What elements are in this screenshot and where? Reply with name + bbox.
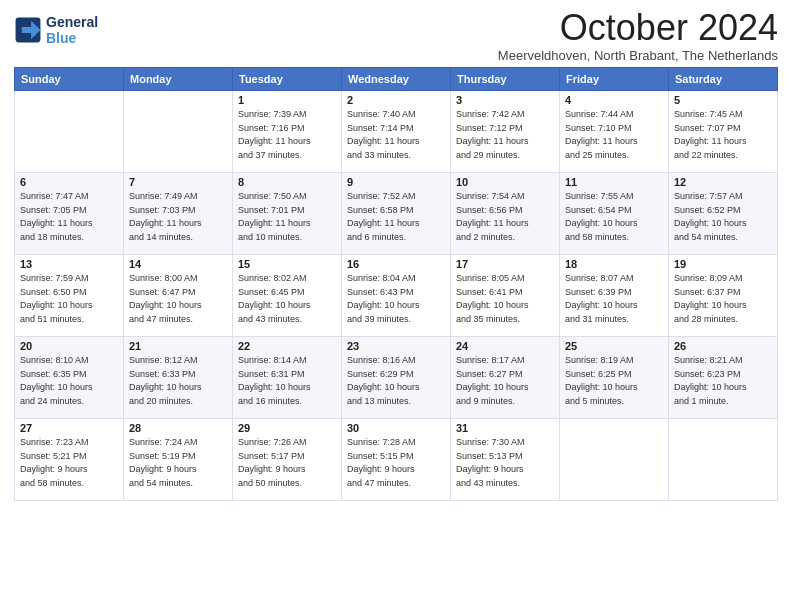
day-info: Sunrise: 8:05 AMSunset: 6:41 PMDaylight:… [456,272,554,326]
day-number: 2 [347,94,445,106]
day-number: 26 [674,340,772,352]
day-number: 16 [347,258,445,270]
day-number: 25 [565,340,663,352]
table-row: 25Sunrise: 8:19 AMSunset: 6:25 PMDayligh… [560,337,669,419]
table-row [15,91,124,173]
day-info: Sunrise: 7:24 AMSunset: 5:19 PMDaylight:… [129,436,227,490]
table-row: 15Sunrise: 8:02 AMSunset: 6:45 PMDayligh… [233,255,342,337]
day-info: Sunrise: 7:52 AMSunset: 6:58 PMDaylight:… [347,190,445,244]
day-number: 4 [565,94,663,106]
week-row-4: 27Sunrise: 7:23 AMSunset: 5:21 PMDayligh… [15,419,778,501]
day-info: Sunrise: 8:21 AMSunset: 6:23 PMDaylight:… [674,354,772,408]
day-number: 6 [20,176,118,188]
table-row: 26Sunrise: 8:21 AMSunset: 6:23 PMDayligh… [669,337,778,419]
week-row-2: 13Sunrise: 7:59 AMSunset: 6:50 PMDayligh… [15,255,778,337]
table-row: 5Sunrise: 7:45 AMSunset: 7:07 PMDaylight… [669,91,778,173]
day-number: 22 [238,340,336,352]
week-row-1: 6Sunrise: 7:47 AMSunset: 7:05 PMDaylight… [15,173,778,255]
day-info: Sunrise: 7:55 AMSunset: 6:54 PMDaylight:… [565,190,663,244]
day-number: 30 [347,422,445,434]
day-number: 11 [565,176,663,188]
day-number: 10 [456,176,554,188]
logo-text: General Blue [46,14,98,46]
table-row: 8Sunrise: 7:50 AMSunset: 7:01 PMDaylight… [233,173,342,255]
day-number: 27 [20,422,118,434]
day-number: 12 [674,176,772,188]
day-number: 18 [565,258,663,270]
col-sunday: Sunday [15,68,124,91]
table-row: 30Sunrise: 7:28 AMSunset: 5:15 PMDayligh… [342,419,451,501]
table-row: 16Sunrise: 8:04 AMSunset: 6:43 PMDayligh… [342,255,451,337]
table-row: 17Sunrise: 8:05 AMSunset: 6:41 PMDayligh… [451,255,560,337]
month-title: October 2024 [498,10,778,46]
day-number: 13 [20,258,118,270]
table-row [124,91,233,173]
day-info: Sunrise: 8:10 AMSunset: 6:35 PMDaylight:… [20,354,118,408]
day-info: Sunrise: 8:14 AMSunset: 6:31 PMDaylight:… [238,354,336,408]
day-info: Sunrise: 8:02 AMSunset: 6:45 PMDaylight:… [238,272,336,326]
table-row: 7Sunrise: 7:49 AMSunset: 7:03 PMDaylight… [124,173,233,255]
day-info: Sunrise: 7:26 AMSunset: 5:17 PMDaylight:… [238,436,336,490]
day-info: Sunrise: 8:04 AMSunset: 6:43 PMDaylight:… [347,272,445,326]
day-number: 28 [129,422,227,434]
day-info: Sunrise: 7:50 AMSunset: 7:01 PMDaylight:… [238,190,336,244]
logo: General Blue [14,14,98,46]
table-row: 27Sunrise: 7:23 AMSunset: 5:21 PMDayligh… [15,419,124,501]
day-info: Sunrise: 7:30 AMSunset: 5:13 PMDaylight:… [456,436,554,490]
day-info: Sunrise: 7:47 AMSunset: 7:05 PMDaylight:… [20,190,118,244]
table-row: 22Sunrise: 8:14 AMSunset: 6:31 PMDayligh… [233,337,342,419]
day-number: 9 [347,176,445,188]
day-number: 17 [456,258,554,270]
day-number: 1 [238,94,336,106]
day-number: 7 [129,176,227,188]
week-row-0: 1Sunrise: 7:39 AMSunset: 7:16 PMDaylight… [15,91,778,173]
day-info: Sunrise: 7:59 AMSunset: 6:50 PMDaylight:… [20,272,118,326]
day-info: Sunrise: 8:07 AMSunset: 6:39 PMDaylight:… [565,272,663,326]
table-row: 18Sunrise: 8:07 AMSunset: 6:39 PMDayligh… [560,255,669,337]
day-number: 8 [238,176,336,188]
table-row: 11Sunrise: 7:55 AMSunset: 6:54 PMDayligh… [560,173,669,255]
day-info: Sunrise: 7:44 AMSunset: 7:10 PMDaylight:… [565,108,663,162]
day-number: 14 [129,258,227,270]
day-number: 20 [20,340,118,352]
col-monday: Monday [124,68,233,91]
day-info: Sunrise: 7:49 AMSunset: 7:03 PMDaylight:… [129,190,227,244]
week-row-3: 20Sunrise: 8:10 AMSunset: 6:35 PMDayligh… [15,337,778,419]
table-row: 2Sunrise: 7:40 AMSunset: 7:14 PMDaylight… [342,91,451,173]
table-row: 21Sunrise: 8:12 AMSunset: 6:33 PMDayligh… [124,337,233,419]
day-number: 19 [674,258,772,270]
day-info: Sunrise: 8:17 AMSunset: 6:27 PMDaylight:… [456,354,554,408]
day-info: Sunrise: 7:28 AMSunset: 5:15 PMDaylight:… [347,436,445,490]
table-row: 23Sunrise: 8:16 AMSunset: 6:29 PMDayligh… [342,337,451,419]
day-info: Sunrise: 7:42 AMSunset: 7:12 PMDaylight:… [456,108,554,162]
table-row: 28Sunrise: 7:24 AMSunset: 5:19 PMDayligh… [124,419,233,501]
table-row: 29Sunrise: 7:26 AMSunset: 5:17 PMDayligh… [233,419,342,501]
table-row: 14Sunrise: 8:00 AMSunset: 6:47 PMDayligh… [124,255,233,337]
table-row: 24Sunrise: 8:17 AMSunset: 6:27 PMDayligh… [451,337,560,419]
header: General Blue October 2024 Meerveldhoven,… [14,10,778,63]
day-info: Sunrise: 8:19 AMSunset: 6:25 PMDaylight:… [565,354,663,408]
col-friday: Friday [560,68,669,91]
day-info: Sunrise: 8:00 AMSunset: 6:47 PMDaylight:… [129,272,227,326]
day-number: 31 [456,422,554,434]
day-number: 23 [347,340,445,352]
table-row: 13Sunrise: 7:59 AMSunset: 6:50 PMDayligh… [15,255,124,337]
table-row: 9Sunrise: 7:52 AMSunset: 6:58 PMDaylight… [342,173,451,255]
table-row: 10Sunrise: 7:54 AMSunset: 6:56 PMDayligh… [451,173,560,255]
table-row: 4Sunrise: 7:44 AMSunset: 7:10 PMDaylight… [560,91,669,173]
calendar: Sunday Monday Tuesday Wednesday Thursday… [14,67,778,501]
day-info: Sunrise: 7:23 AMSunset: 5:21 PMDaylight:… [20,436,118,490]
day-info: Sunrise: 7:57 AMSunset: 6:52 PMDaylight:… [674,190,772,244]
col-tuesday: Tuesday [233,68,342,91]
table-row: 31Sunrise: 7:30 AMSunset: 5:13 PMDayligh… [451,419,560,501]
table-row [669,419,778,501]
col-thursday: Thursday [451,68,560,91]
col-saturday: Saturday [669,68,778,91]
day-info: Sunrise: 8:09 AMSunset: 6:37 PMDaylight:… [674,272,772,326]
table-row: 1Sunrise: 7:39 AMSunset: 7:16 PMDaylight… [233,91,342,173]
table-row: 3Sunrise: 7:42 AMSunset: 7:12 PMDaylight… [451,91,560,173]
day-number: 24 [456,340,554,352]
day-number: 3 [456,94,554,106]
day-info: Sunrise: 8:16 AMSunset: 6:29 PMDaylight:… [347,354,445,408]
day-info: Sunrise: 7:54 AMSunset: 6:56 PMDaylight:… [456,190,554,244]
